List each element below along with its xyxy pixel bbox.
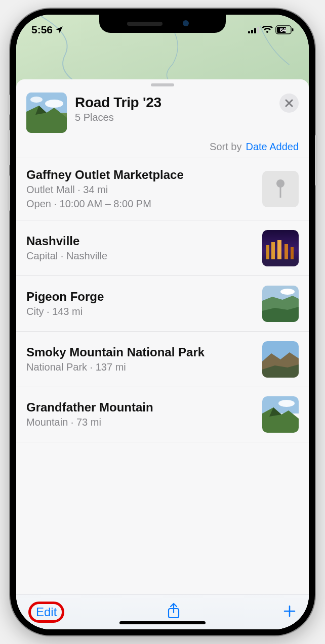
cellular-signal-icon — [248, 26, 259, 33]
svg-point-22 — [280, 289, 295, 295]
svg-rect-18 — [285, 244, 288, 260]
place-subtitle: City · 143 mi — [26, 305, 255, 318]
status-time: 5:56 — [31, 24, 53, 36]
guide-title: Road Trip '23 — [75, 95, 271, 111]
home-indicator[interactable] — [119, 621, 206, 624]
guide-header: Road Trip '23 5 Places — [16, 89, 309, 139]
place-name: Nashville — [26, 234, 255, 249]
place-subtitle: Mountain · 73 mi — [26, 416, 255, 429]
place-hours: Open · 10:00 AM – 8:00 PM — [26, 197, 255, 211]
sort-label: Sort by — [210, 141, 241, 153]
svg-point-10 — [30, 97, 43, 103]
list-item[interactable]: Gaffney Outlet Marketplace Outlet Mall ·… — [16, 158, 309, 220]
add-button[interactable] — [282, 604, 297, 620]
guide-cover-image — [26, 93, 67, 133]
guide-subtitle: 5 Places — [75, 112, 271, 123]
place-subtitle: Outlet Mall · 34 mi — [26, 183, 255, 197]
place-subtitle: National Park · 137 mi — [26, 360, 255, 374]
sheet-grabber[interactable] — [151, 83, 174, 86]
list-item[interactable]: Smoky Mountain National Park National Pa… — [16, 331, 309, 387]
share-button[interactable] — [167, 603, 181, 622]
svg-point-13 — [276, 179, 285, 188]
sort-row: Sort by Date Added — [16, 139, 309, 158]
sort-button[interactable]: Date Added — [246, 141, 299, 153]
close-button[interactable] — [279, 94, 299, 113]
svg-point-9 — [45, 100, 63, 108]
svg-rect-16 — [271, 242, 275, 260]
place-thumbnail — [262, 230, 299, 266]
svg-point-29 — [278, 400, 295, 407]
guide-sheet: Road Trip '23 5 Places Sort by Date Adde… — [16, 79, 309, 629]
place-subtitle: Capital · Nashville — [26, 249, 255, 263]
place-thumbnail — [262, 396, 299, 433]
battery-icon: 64 — [275, 25, 294, 34]
svg-rect-6 — [292, 28, 294, 31]
place-name: Smoky Mountain National Park — [26, 345, 255, 360]
place-name: Gaffney Outlet Marketplace — [26, 167, 255, 182]
svg-rect-14 — [280, 187, 281, 198]
place-thumbnail — [262, 286, 299, 322]
pin-icon — [273, 178, 288, 200]
place-name: Pigeon Forge — [26, 289, 255, 304]
svg-rect-19 — [291, 247, 294, 260]
places-list[interactable]: Gaffney Outlet Marketplace Outlet Mall ·… — [16, 158, 309, 594]
svg-rect-20 — [262, 259, 299, 266]
edit-button[interactable]: Edit — [36, 605, 57, 619]
svg-text:64: 64 — [280, 27, 287, 33]
list-item[interactable]: Pigeon Forge City · 143 mi — [16, 275, 309, 331]
svg-rect-1 — [251, 30, 253, 33]
list-item[interactable]: Grandfather Mountain Mountain · 73 mi — [16, 387, 309, 442]
place-thumbnail — [262, 341, 299, 378]
svg-rect-2 — [254, 28, 256, 33]
list-item[interactable]: Nashville Capital · Nashville — [16, 220, 309, 275]
place-name: Grandfather Mountain — [26, 400, 255, 415]
wifi-icon — [262, 26, 273, 34]
svg-rect-0 — [248, 31, 250, 33]
svg-rect-3 — [257, 27, 259, 33]
place-thumbnail — [262, 171, 299, 207]
location-arrow-icon — [55, 25, 64, 34]
edit-button-highlight: Edit — [28, 602, 64, 623]
svg-rect-15 — [266, 245, 269, 260]
svg-rect-17 — [277, 240, 281, 260]
